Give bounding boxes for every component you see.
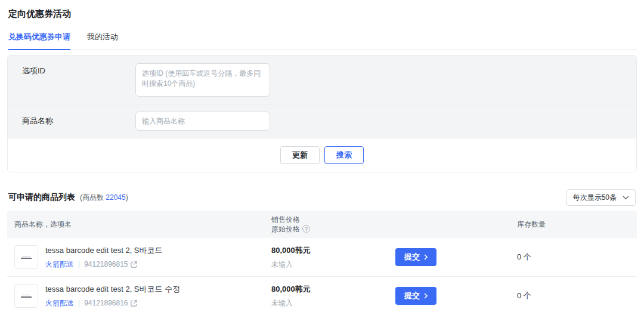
page-size-value: 每次显示50条	[573, 193, 617, 203]
product-name: tessa barcode edit test 2, S바코드 수정	[45, 284, 180, 295]
col-header-product: 商品名称，选项名	[7, 220, 271, 230]
tab-bar: 兑换码优惠券申请 我的活动	[7, 28, 637, 50]
table-row: tessa barcode edit test 2, S바코드 火箭配送 | 9…	[7, 238, 637, 277]
chevron-right-icon	[424, 254, 428, 260]
original-price: 未输入	[271, 259, 389, 270]
original-price: 未输入	[271, 298, 389, 308]
list-title: 可申请的商品列表	[8, 192, 75, 203]
table-header-row: 商品名称，选项名 销售价格 原始价格? 库存数量	[7, 211, 637, 238]
col-header-price: 销售价格 原始价格?	[271, 215, 389, 234]
external-link-icon	[131, 261, 137, 268]
chevron-right-icon	[424, 293, 428, 299]
reset-button[interactable]: 更新	[280, 146, 320, 164]
product-id-link[interactable]: 94121896816	[84, 299, 137, 307]
coupon-campaign-page: 定向优惠券活动 兑换码优惠券申请 我的活动 选项ID 商品名称 更新 搜索 可申…	[0, 0, 644, 309]
sale-price: 80,000韩元	[271, 245, 389, 256]
page-title: 定向优惠券活动	[7, 0, 637, 20]
sale-price: 80,000韩元	[271, 284, 389, 295]
search-button[interactable]: 搜索	[324, 146, 364, 164]
option-id-textarea[interactable]	[135, 63, 270, 97]
page-size-select[interactable]: 每次显示50条	[566, 189, 636, 206]
help-icon[interactable]: ?	[302, 225, 310, 233]
product-thumbnail	[14, 284, 38, 308]
tab-my-campaigns[interactable]: 我的活动	[87, 28, 118, 50]
external-link-icon	[131, 300, 137, 307]
chevron-down-icon	[623, 196, 629, 200]
search-form: 选项ID 商品名称 更新 搜索	[7, 55, 637, 172]
delivery-badge: 火箭配送	[45, 298, 74, 308]
form-row-option-id: 选项ID	[8, 55, 636, 104]
col-header-stock: 库存数量	[517, 220, 637, 230]
product-name-label: 商品名称	[8, 116, 135, 126]
submit-button[interactable]: 提交	[395, 248, 436, 266]
product-count-number: 22045	[106, 193, 125, 202]
form-row-product-name: 商品名称	[8, 104, 636, 138]
option-id-label: 选项ID	[8, 55, 135, 104]
applicable-products-table: 商品名称，选项名 销售价格 原始价格? 库存数量 tessa barcode e…	[7, 211, 637, 309]
stock-quantity: 0 个	[517, 291, 637, 301]
submit-button[interactable]: 提交	[395, 287, 436, 305]
product-name: tessa barcode edit test 2, S바코드	[45, 245, 163, 256]
product-name-input[interactable]	[135, 112, 270, 131]
product-id-link[interactable]: 94121896815	[84, 260, 137, 268]
product-thumbnail	[14, 245, 38, 269]
tab-redeem-code-coupon-apply[interactable]: 兑换码优惠券申请	[8, 28, 70, 50]
product-count: (商品数 22045)	[80, 193, 128, 203]
stock-quantity: 0 个	[517, 252, 637, 262]
table-row: tessa barcode edit test 2, S바코드 수정 火箭配送 …	[7, 277, 637, 309]
form-actions: 更新 搜索	[8, 138, 636, 172]
delivery-badge: 火箭配送	[45, 259, 74, 270]
list-section-header: 可申请的商品列表 (商品数 22045) 每次显示50条	[7, 189, 637, 206]
